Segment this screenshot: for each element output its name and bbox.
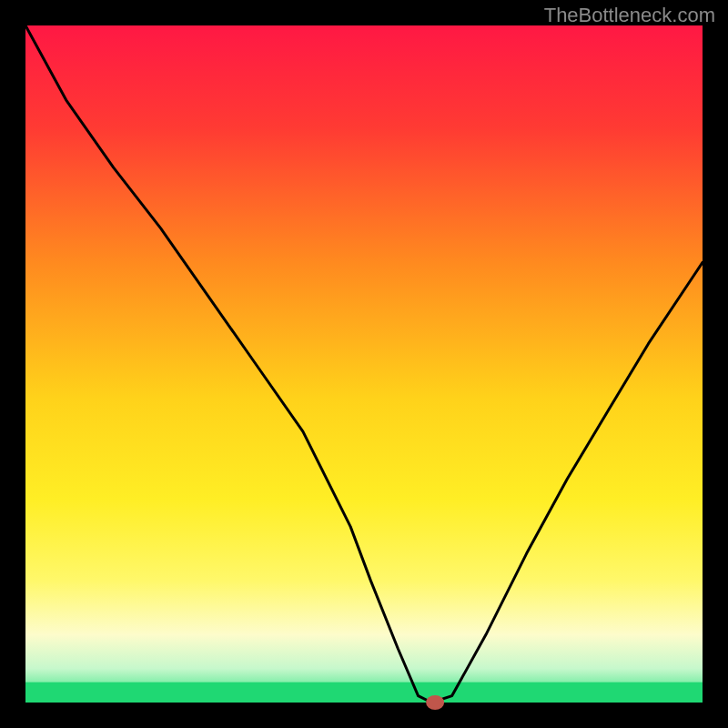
watermark-text: TheBottleneck.com <box>544 4 715 27</box>
bottom-band <box>25 682 703 703</box>
plot-background <box>25 25 703 703</box>
chart-container: TheBottleneck.com <box>0 0 728 728</box>
chart-svg <box>0 0 728 728</box>
optimal-point-marker <box>426 695 444 710</box>
